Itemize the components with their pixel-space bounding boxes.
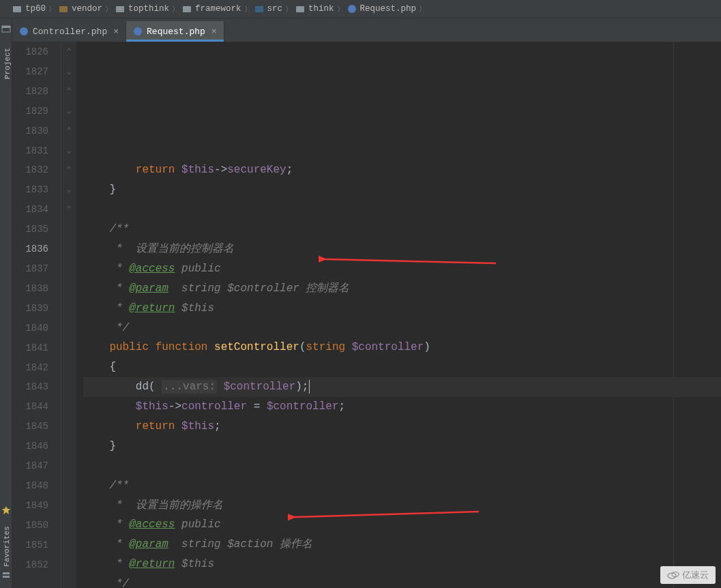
favorites-tool-icon[interactable]	[1, 505, 11, 518]
structure-tool-icon[interactable]	[1, 571, 11, 584]
code-area[interactable]: return $this->secureKey; } /** * 设置当前的控制…	[76, 42, 721, 588]
breadcrumb-label: src	[267, 4, 283, 14]
folder-src-icon	[254, 4, 264, 14]
code-line[interactable]: * @access public	[83, 515, 721, 535]
close-icon[interactable]: ×	[113, 27, 119, 37]
breadcrumb-separator: 〉	[172, 4, 179, 14]
svg-rect-1	[59, 6, 68, 12]
breadcrumb-item[interactable]: think	[295, 4, 334, 14]
breadcrumb-item[interactable]: Request.php	[347, 4, 417, 14]
code-line[interactable]: * 设置当前的控制器名	[83, 239, 721, 259]
breadcrumb-label: topthink	[128, 4, 169, 14]
code-line[interactable]: * @return $this	[83, 555, 721, 574]
fold-gutter[interactable]: ⌃ ⌄ ⌃⌄ ⌃ ⌄ ⌃⌄ ⌃	[61, 42, 76, 588]
editor-tab[interactable]: Controller.php×	[12, 21, 126, 42]
svg-rect-3	[183, 6, 191, 12]
svg-marker-11	[2, 506, 10, 514]
php-file-icon	[19, 27, 29, 36]
breadcrumb-item[interactable]: tp60	[12, 4, 46, 14]
code-line[interactable]: public function setController(string $co…	[83, 338, 721, 357]
code-line[interactable]: {	[83, 357, 721, 377]
breadcrumb-label: vendor	[72, 4, 102, 14]
breadcrumb-separator: 〉	[48, 4, 56, 14]
code-line[interactable]: }	[83, 437, 721, 456]
code-line[interactable]: * @param string $action 操作名	[83, 535, 721, 555]
editor-tabs: Controller.php×Request.php×	[0, 18, 721, 42]
svg-rect-12	[3, 572, 10, 574]
folder-icon	[115, 4, 125, 14]
code-line[interactable]: * @return $this	[83, 299, 721, 319]
folder-icon	[182, 4, 192, 14]
code-line[interactable]: * @param string $controller 控制器名	[83, 279, 721, 299]
watermark-text: 亿速云	[682, 569, 709, 581]
code-editor[interactable]: 1826182718281829183018311832183318341835…	[12, 42, 721, 588]
code-line[interactable]: $this->controller = $controller;	[83, 397, 721, 417]
svg-rect-0	[13, 6, 21, 12]
breadcrumb-item[interactable]: src	[254, 4, 283, 14]
php-file-icon	[133, 27, 143, 36]
code-line[interactable]	[83, 456, 721, 476]
line-gutter: 1826182718281829183018311832183318341835…	[12, 42, 61, 588]
svg-point-7	[20, 27, 28, 35]
svg-rect-4	[255, 6, 263, 12]
code-line[interactable]: return $this;	[83, 417, 721, 437]
code-line[interactable]: }	[83, 180, 721, 200]
breadcrumb-label: framework	[195, 4, 241, 14]
folder-icon	[295, 4, 305, 14]
svg-point-6	[348, 5, 356, 13]
code-line[interactable]: * @access public	[83, 259, 721, 279]
breadcrumb-label: think	[308, 4, 334, 14]
code-line[interactable]: * 设置当前的操作名	[83, 496, 721, 516]
folder-icon	[12, 4, 22, 14]
breadcrumb-separator: 〉	[244, 4, 252, 14]
tool-rail-left: Project Favorites	[0, 18, 12, 588]
breadcrumb: tp60〉vendor〉topthink〉framework〉src〉think…	[0, 0, 721, 18]
breadcrumb-label: tp60	[25, 4, 46, 14]
code-line[interactable]: /**	[83, 476, 721, 496]
code-line[interactable]: dd( ...vars: $controller);	[83, 377, 721, 397]
svg-point-8	[134, 27, 142, 35]
code-line[interactable]: /**	[83, 220, 721, 239]
folder-pkg-icon	[59, 4, 68, 14]
editor-tab[interactable]: Request.php×	[126, 21, 224, 42]
breadcrumb-item[interactable]: topthink	[115, 4, 169, 14]
project-tool-icon[interactable]	[1, 24, 11, 37]
php-icon	[347, 4, 357, 14]
watermark: 亿速云	[660, 566, 716, 584]
svg-rect-2	[116, 6, 124, 12]
code-line[interactable]: */	[83, 574, 721, 588]
close-icon[interactable]: ×	[211, 27, 217, 37]
breadcrumb-item[interactable]: framework	[182, 4, 241, 14]
breadcrumb-item[interactable]: vendor	[59, 4, 102, 14]
breadcrumb-label: Request.php	[360, 4, 417, 14]
svg-rect-10	[2, 26, 10, 28]
favorites-tool-label[interactable]: Favorites	[3, 526, 11, 566]
project-tool-label[interactable]: Project	[3, 48, 12, 79]
code-line[interactable]	[83, 200, 721, 220]
code-line[interactable]: */	[83, 319, 721, 338]
tab-label: Request.php	[147, 27, 205, 37]
breadcrumb-separator: 〉	[285, 4, 293, 14]
tab-label: Controller.php	[33, 27, 107, 37]
breadcrumb-separator: 〉	[337, 4, 344, 14]
svg-rect-13	[3, 576, 10, 578]
breadcrumb-separator: 〉	[105, 4, 113, 14]
code-line[interactable]: return $this->secureKey;	[83, 160, 721, 180]
svg-rect-5	[296, 6, 304, 12]
